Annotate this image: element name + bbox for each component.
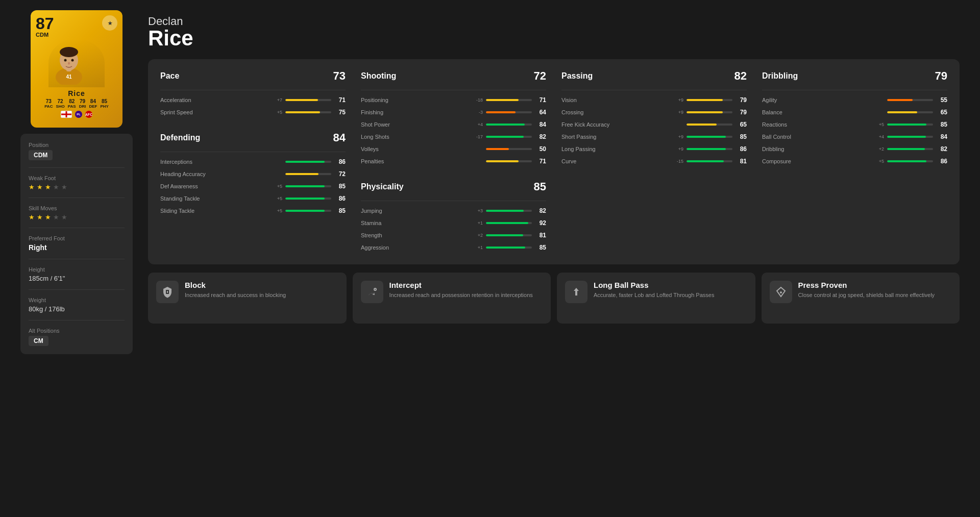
club-icon: AFC bbox=[85, 111, 92, 118]
stat-bar-container-pace-0 bbox=[285, 99, 331, 101]
stat-bar-defending-3 bbox=[285, 198, 325, 200]
stat-bar-dribbling-2 bbox=[887, 124, 926, 126]
stat-bar-container-shooting-4 bbox=[486, 148, 532, 150]
skill-moves-label: Skill Moves bbox=[29, 205, 125, 211]
stat-bar-container-shooting-0 bbox=[486, 99, 532, 101]
stat-bar-container-passing-1 bbox=[687, 111, 732, 113]
svg-point-5 bbox=[71, 59, 74, 62]
stat-name-defending-1: Heading Accuracy bbox=[160, 171, 282, 177]
stat-row-dribbling-5: Composure +5 86 bbox=[762, 158, 947, 165]
left-panel: 87 CDM ★ bbox=[20, 10, 133, 507]
stat-mod-dribbling-2: +5 bbox=[873, 122, 884, 127]
stat-name-defending-2: Def Awareness bbox=[160, 183, 268, 189]
cat-divider-defending bbox=[160, 152, 346, 152]
playstyle-info-1: Intercept Increased reach and possession… bbox=[389, 281, 543, 299]
stat-value-passing-1: 79 bbox=[736, 109, 747, 116]
category-name-passing: Passing bbox=[561, 71, 593, 81]
stat-bar-shooting-0 bbox=[486, 99, 519, 101]
svg-point-12 bbox=[374, 288, 376, 290]
category-header-passing: Passing 82 bbox=[561, 69, 747, 83]
stat-name-physicality-2: Strength bbox=[361, 232, 469, 238]
stat-row-passing-3: Short Passing +9 85 bbox=[561, 133, 747, 140]
stat-name-shooting-0: Positioning bbox=[361, 97, 469, 103]
stat-value-shooting-2: 84 bbox=[535, 121, 546, 128]
stat-value-physicality-2: 81 bbox=[535, 232, 546, 239]
alt-positions-section: Alt Positions CM bbox=[29, 328, 125, 346]
stat-name-passing-4: Long Passing bbox=[561, 146, 669, 152]
stat-value-dribbling-1: 65 bbox=[936, 109, 947, 116]
weight-section: Weight 80kg / 176lb bbox=[29, 297, 125, 313]
stat-bar-container-passing-0 bbox=[687, 99, 732, 101]
stat-mod-shooting-1: -3 bbox=[472, 110, 483, 115]
category-score-passing: 82 bbox=[734, 69, 747, 83]
stat-row-passing-1: Crossing +9 79 bbox=[561, 109, 747, 116]
stat-bar-container-physicality-0 bbox=[486, 210, 532, 212]
stat-bar-container-defending-1 bbox=[285, 173, 331, 175]
stat-name-dribbling-5: Composure bbox=[762, 158, 870, 164]
category-name-dribbling: Dribbling bbox=[762, 71, 798, 81]
stat-row-shooting-5: Penalties 71 bbox=[361, 158, 546, 165]
player-name-header: Declan Rice bbox=[148, 10, 960, 51]
main-container: 87 CDM ★ bbox=[0, 0, 980, 517]
svg-rect-10 bbox=[166, 290, 169, 291]
stat-row-passing-0: Vision +9 79 bbox=[561, 96, 747, 104]
stat-bar-shooting-5 bbox=[486, 160, 519, 162]
stat-bar-container-defending-2 bbox=[285, 185, 331, 187]
stat-value-passing-5: 81 bbox=[736, 158, 747, 165]
stat-row-dribbling-4: Dribbling +2 82 bbox=[762, 145, 947, 153]
stat-row-shooting-2: Shot Power +4 84 bbox=[361, 121, 546, 128]
stat-name-defending-0: Interceptions bbox=[160, 159, 282, 165]
stat-bar-dribbling-0 bbox=[887, 99, 913, 101]
stat-bar-physicality-2 bbox=[486, 234, 523, 236]
stat-row-defending-2: Def Awareness +5 85 bbox=[160, 183, 346, 190]
stat-value-shooting-3: 82 bbox=[535, 133, 546, 140]
stat-value-shooting-0: 71 bbox=[535, 96, 546, 104]
player-first-name: Declan bbox=[148, 15, 960, 28]
playstyle-card-1: Intercept Increased reach and possession… bbox=[353, 273, 551, 324]
playstyle-icon-1 bbox=[361, 281, 383, 303]
playstyle-info-3: Press Proven Close control at jog speed,… bbox=[798, 281, 952, 299]
stat-name-dribbling-4: Dribbling bbox=[762, 146, 870, 152]
stat-row-passing-2: Free Kick Accuracy 65 bbox=[561, 121, 747, 128]
position-label: Position bbox=[29, 142, 125, 148]
stat-mod-passing-4: +9 bbox=[672, 146, 683, 152]
stat-row-passing-4: Long Passing +9 86 bbox=[561, 145, 747, 153]
category-name-physicality: Physicality bbox=[361, 182, 404, 191]
stat-mod-passing-1: +9 bbox=[672, 110, 683, 115]
playstyle-desc-3: Close control at jog speed, shields ball… bbox=[798, 291, 952, 299]
stat-value-shooting-5: 71 bbox=[535, 158, 546, 165]
category-score-shooting: 72 bbox=[534, 69, 546, 83]
stat-bar-container-passing-5 bbox=[687, 160, 732, 162]
playstyle-desc-1: Increased reach and possession retention… bbox=[389, 291, 543, 299]
stat-name-defending-3: Standing Tackle bbox=[160, 195, 268, 202]
playstyle-icon-2 bbox=[565, 281, 587, 303]
stat-row-passing-5: Curve -15 81 bbox=[561, 158, 747, 165]
playstyle-icon-0 bbox=[156, 281, 179, 303]
playstyle-desc-2: Accurate, faster Lob and Lofted Through … bbox=[594, 291, 747, 299]
stats-grid: Pace 73 Acceleration +7 71 Sprint Speed … bbox=[160, 69, 947, 254]
stat-bar-container-passing-2 bbox=[687, 124, 732, 126]
stat-name-passing-2: Free Kick Accuracy bbox=[561, 121, 683, 128]
stat-value-passing-0: 79 bbox=[736, 96, 747, 104]
col-shooting-physicality: Shooting 72 Positioning -18 71 Finishing… bbox=[361, 69, 546, 254]
svg-point-13 bbox=[780, 291, 782, 293]
category-score-physicality: 85 bbox=[534, 180, 546, 193]
stat-value-defending-3: 86 bbox=[334, 195, 346, 202]
stat-bar-passing-4 bbox=[687, 148, 726, 150]
stat-name-passing-3: Short Passing bbox=[561, 134, 669, 140]
stat-mod-physicality-3: +1 bbox=[472, 245, 483, 250]
stat-name-pace-1: Sprint Speed bbox=[160, 109, 268, 115]
stat-bar-shooting-2 bbox=[486, 124, 525, 126]
category-header-physicality: Physicality 85 bbox=[361, 180, 546, 193]
svg-rect-11 bbox=[166, 293, 169, 294]
stat-bar-defending-0 bbox=[285, 161, 325, 163]
stat-bar-container-passing-3 bbox=[687, 136, 732, 138]
stat-name-dribbling-3: Ball Control bbox=[762, 134, 870, 140]
card-flags: PL AFC bbox=[61, 111, 92, 118]
stat-mod-defending-4: +5 bbox=[271, 208, 282, 213]
stat-value-pace-1: 75 bbox=[334, 109, 346, 116]
stat-name-shooting-2: Shot Power bbox=[361, 121, 469, 128]
stat-bar-container-dribbling-5 bbox=[887, 160, 933, 162]
playstyle-info-2: Long Ball Pass Accurate, faster Lob and … bbox=[594, 281, 747, 299]
stat-value-defending-2: 85 bbox=[334, 183, 346, 190]
